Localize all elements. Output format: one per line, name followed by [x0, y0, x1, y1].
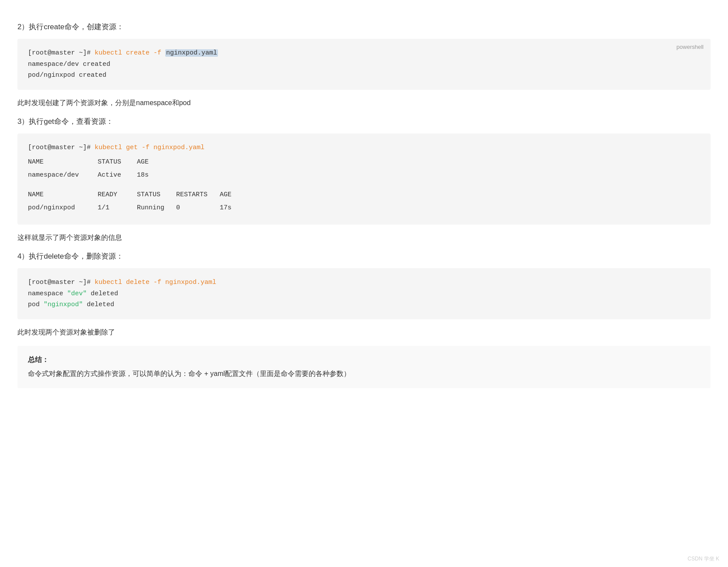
output-namespace-created: namespace/dev created [28, 59, 700, 70]
prompt-delete: [root@master ~]# [28, 279, 95, 286]
col-header-age-1: AGE [137, 156, 163, 169]
col-header-ready: READY [98, 188, 137, 202]
output-pod-string: "nginxpod" [44, 301, 83, 308]
table-row-pod: pod/nginxpod 1/1 Running 0 17s [28, 202, 246, 215]
cell-namespace-name: namespace/dev [28, 169, 98, 182]
col-header-status-1: STATUS [98, 156, 137, 169]
col-header-name-2: NAME [28, 188, 98, 202]
summary-title: 总结： [28, 354, 700, 366]
section-4: 4）执行delete命令，删除资源： [root@master ~]# kube… [17, 251, 711, 337]
summary-block: 总结： 命令式对象配置的方式操作资源，可以简单的认为：命令 + yaml配置文件… [17, 346, 711, 389]
output-pod-created: pod/nginxpod created [28, 70, 700, 81]
code-line-get: [root@master ~]# kubectl get -f nginxpod… [28, 142, 700, 154]
output-pod-deleted: pod "nginxpod" deleted [28, 299, 700, 311]
col-header-restarts: RESTARTS [176, 188, 220, 202]
output-namespace-deleted: namespace "dev" deleted [28, 288, 700, 300]
prompt-get: [root@master ~]# [28, 144, 95, 151]
cell-namespace-age: 18s [137, 169, 163, 182]
output-table-pod: NAME READY STATUS RESTARTS AGE pod/nginx… [28, 188, 246, 214]
cell-namespace-status: Active [98, 169, 137, 182]
cmd-create: kubectl create -f [95, 49, 165, 57]
col-header-age-2: AGE [220, 188, 246, 202]
table-header-row-2: NAME READY STATUS RESTARTS AGE [28, 188, 246, 202]
section-4-title: 4）执行delete命令，删除资源： [17, 251, 711, 261]
cell-pod-status: Running [137, 202, 176, 215]
cell-pod-restarts: 0 [176, 202, 220, 215]
section-3-description: 这样就显示了两个资源对象的信息 [17, 233, 711, 243]
output-namespace-before: namespace [28, 290, 67, 297]
prompt-1: [root@master ~]# [28, 49, 95, 57]
output-namespace-after: deleted [87, 290, 118, 297]
col-header-name-1: NAME [28, 156, 98, 169]
code-line-1: [root@master ~]# kubectl create -f nginx… [28, 48, 700, 59]
code-line-delete: [root@master ~]# kubectl delete -f nginx… [28, 277, 700, 288]
cmd-delete: kubectl delete -f nginxpod.yaml [95, 279, 216, 286]
section-3: 3）执行get命令，查看资源： [root@master ~]# kubectl… [17, 116, 711, 243]
filename-highlighted: nginxpod.yaml [165, 49, 218, 57]
cell-pod-age: 17s [220, 202, 246, 215]
output-table-namespace: NAME STATUS AGE namespace/dev Active 18s [28, 156, 163, 181]
section-4-code-block: [root@master ~]# kubectl delete -f nginx… [17, 268, 711, 319]
output-namespace-string: "dev" [67, 290, 87, 297]
cmd-get: kubectl get -f nginxpod.yaml [95, 144, 204, 151]
section-2-description: 此时发现创建了两个资源对象，分别是namespace和pod [17, 99, 711, 108]
output-pod-after: deleted [83, 301, 114, 308]
lang-label-powershell: powershell [677, 42, 704, 52]
section-2-title: 2）执行create命令，创建资源： [17, 22, 711, 32]
section-2-code-block: powershell [root@master ~]# kubectl crea… [17, 39, 711, 90]
section-4-description: 此时发现两个资源对象被删除了 [17, 328, 711, 337]
cell-pod-ready: 1/1 [98, 202, 137, 215]
section-3-title: 3）执行get命令，查看资源： [17, 116, 711, 126]
col-header-status-2: STATUS [137, 188, 176, 202]
csdn-watermark: CSDN 学坐 K [687, 555, 719, 563]
summary-content: 命令式对象配置的方式操作资源，可以简单的认为：命令 + yaml配置文件（里面是… [28, 368, 700, 380]
output-pod-before: pod [28, 301, 44, 308]
table-row-namespace: namespace/dev Active 18s [28, 169, 163, 182]
section-2: 2）执行create命令，创建资源： powershell [root@mast… [17, 22, 711, 108]
section-3-code-block: [root@master ~]# kubectl get -f nginxpod… [17, 133, 711, 225]
cell-pod-name: pod/nginxpod [28, 202, 98, 215]
table-header-row-1: NAME STATUS AGE [28, 156, 163, 169]
